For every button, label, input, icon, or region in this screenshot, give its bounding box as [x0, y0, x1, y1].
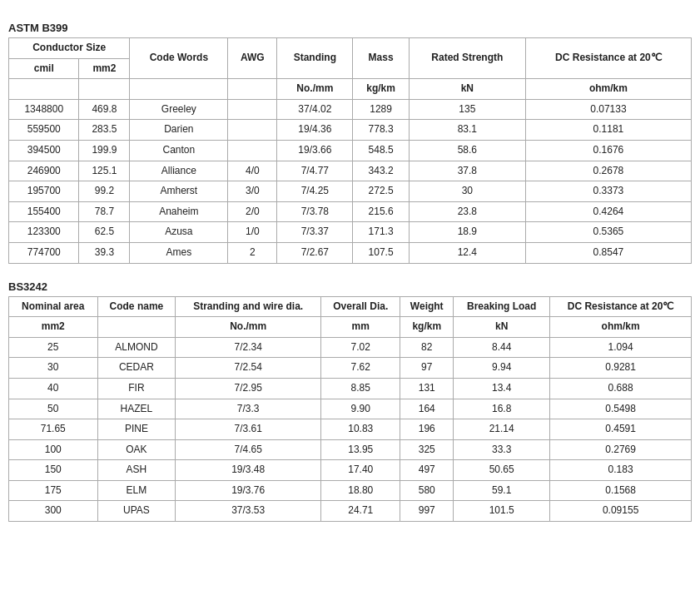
astm-sub-kg-km: kg/km: [353, 79, 409, 100]
astm-standing-cell: 7/2.67: [277, 242, 353, 263]
astm-code-cell: Ames: [130, 242, 228, 263]
bs-weight-cell: 97: [400, 358, 454, 379]
astm-cmil-cell: 1348800: [9, 99, 79, 120]
astm-table-row: 155400 78.7 Anaheim 2/0 7/3.78 215.6 23.…: [9, 201, 692, 222]
bs-sub-mm2: mm2: [9, 317, 98, 338]
bs-weight-cell: 131: [400, 378, 454, 399]
astm-cmil-cell: 774700: [9, 242, 79, 263]
bs-load-cell: 8.44: [454, 337, 550, 358]
astm-awg-cell: [228, 140, 277, 161]
astm-sub-kn: kN: [409, 79, 525, 100]
bs-dc-resistance-header: DC Resistance at 20℃: [550, 296, 692, 317]
astm-cmil-cell: 123300: [9, 222, 79, 243]
bs-weight-cell: 164: [400, 399, 454, 419]
bs-section: BS3242 Nominal area Code name Stranding …: [8, 280, 692, 523]
bs-code-cell: CEDAR: [97, 358, 176, 379]
bs-weight-cell: 196: [400, 419, 454, 440]
astm-table-row: 774700 39.3 Ames 2 7/2.67 107.5 12.4 0.8…: [9, 242, 692, 263]
astm-standing-cell: 7/3.37: [277, 222, 353, 243]
bs-table-row: 175 ELM 19/3.76 18.80 580 59.1 0.1568: [9, 480, 692, 501]
bs-code-name-header: Code name: [97, 296, 176, 317]
bs-table-row: 25 ALMOND 7/2.34 7.02 82 8.44 1.094: [9, 337, 692, 358]
astm-dcres-cell: 0.5365: [525, 222, 691, 243]
astm-dcres-cell: 0.8547: [525, 242, 691, 263]
astm-code-cell: Azusa: [130, 222, 228, 243]
bs-table-row: 300 UPAS 37/3.53 24.71 997 101.5 0.09155: [9, 501, 692, 522]
astm-awg-cell: [228, 120, 277, 141]
astm-dc-resistance-header: DC Resistance at 20℃: [525, 38, 691, 79]
astm-code-words-header: Code Words: [130, 38, 228, 79]
astm-table-row: 246900 125.1 Alliance 4/0 7/4.77 343.2 3…: [9, 161, 692, 181]
astm-table-row: 123300 62.5 Azusa 1/0 7/3.37 171.3 18.9 …: [9, 222, 692, 243]
bs-code-cell: ELM: [97, 480, 176, 501]
bs-area-cell: 300: [9, 501, 98, 522]
astm-table-row: 1348800 469.8 Greeley 37/4.02 1289 135 0…: [9, 99, 692, 120]
astm-sub-no-mm: No./mm: [277, 79, 353, 100]
astm-mm2-cell: 39.3: [79, 242, 130, 263]
astm-awg-cell: 4/0: [228, 161, 277, 181]
bs-sub-ohm: ohm/km: [550, 317, 692, 338]
bs-sub-code: [97, 317, 176, 338]
bs-stranding-cell: 19/3.48: [176, 460, 321, 481]
bs-nominal-area-header: Nominal area: [9, 296, 98, 317]
bs-stranding-cell: 7/2.34: [176, 337, 321, 358]
bs-area-cell: 150: [9, 460, 98, 481]
bs-title: BS3242: [8, 280, 692, 293]
bs-load-cell: 16.8: [454, 399, 550, 419]
bs-dia-cell: 7.62: [321, 358, 400, 379]
astm-mm2-cell: 283.5: [79, 120, 130, 141]
astm-table: Conductor Size Code Words AWG Standing M…: [8, 37, 692, 264]
astm-code-cell: Anaheim: [130, 201, 228, 222]
bs-sub-no-mm: No./mm: [176, 317, 321, 338]
astm-mass-cell: 171.3: [353, 222, 409, 243]
bs-area-cell: 30: [9, 358, 98, 379]
bs-table-row: 40 FIR 7/2.95 8.85 131 13.4 0.688: [9, 378, 692, 399]
bs-dcres-cell: 0.5498: [550, 399, 692, 419]
astm-awg-header: AWG: [228, 38, 277, 79]
bs-breaking-load-header: Breaking Load: [454, 296, 550, 317]
astm-mass-cell: 215.6: [353, 201, 409, 222]
bs-code-cell: PINE: [97, 419, 176, 440]
astm-cmil-cell: 559500: [9, 120, 79, 141]
astm-strength-cell: 18.9: [409, 222, 525, 243]
astm-rated-strength-header: Rated Strength: [409, 38, 525, 79]
bs-dcres-cell: 0.9281: [550, 358, 692, 379]
astm-mm2-cell: 199.9: [79, 140, 130, 161]
astm-standing-cell: 19/3.66: [277, 140, 353, 161]
astm-dcres-cell: 0.1676: [525, 140, 691, 161]
astm-awg-cell: [228, 99, 277, 120]
bs-area-cell: 100: [9, 439, 98, 460]
bs-area-cell: 175: [9, 480, 98, 501]
astm-strength-cell: 37.8: [409, 161, 525, 181]
astm-standing-cell: 7/3.78: [277, 201, 353, 222]
bs-area-cell: 50: [9, 399, 98, 419]
bs-weight-cell: 325: [400, 439, 454, 460]
astm-table-row: 195700 99.2 Amherst 3/0 7/4.25 272.5 30 …: [9, 181, 692, 202]
bs-sub-mm: mm: [321, 317, 400, 338]
astm-sub-code: [130, 79, 228, 100]
bs-stranding-cell: 7/2.54: [176, 358, 321, 379]
bs-table: Nominal area Code name Stranding and wir…: [8, 296, 692, 523]
bs-load-cell: 33.3: [454, 439, 550, 460]
astm-mass-cell: 548.5: [353, 140, 409, 161]
bs-table-row: 100 OAK 7/4.65 13.95 325 33.3 0.2769: [9, 439, 692, 460]
astm-cmil-cell: 394500: [9, 140, 79, 161]
bs-stranding-cell: 37/3.53: [176, 501, 321, 522]
bs-dcres-cell: 0.1568: [550, 480, 692, 501]
astm-cmil-header: cmil: [9, 58, 79, 79]
bs-load-cell: 21.14: [454, 419, 550, 440]
bs-dia-cell: 7.02: [321, 337, 400, 358]
bs-code-cell: HAZEL: [97, 399, 176, 419]
bs-dcres-cell: 0.183: [550, 460, 692, 481]
astm-sub-ohm: ohm/km: [525, 79, 691, 100]
astm-mm2-cell: 99.2: [79, 181, 130, 202]
astm-cmil-cell: 195700: [9, 181, 79, 202]
astm-dcres-cell: 0.2678: [525, 161, 691, 181]
bs-code-cell: ALMOND: [97, 337, 176, 358]
astm-dcres-cell: 0.3373: [525, 181, 691, 202]
astm-table-row: 559500 283.5 Darien 19/4.36 778.3 83.1 0…: [9, 120, 692, 141]
bs-load-cell: 101.5: [454, 501, 550, 522]
astm-mass-cell: 107.5: [353, 242, 409, 263]
bs-area-cell: 40: [9, 378, 98, 399]
bs-dcres-cell: 0.688: [550, 378, 692, 399]
